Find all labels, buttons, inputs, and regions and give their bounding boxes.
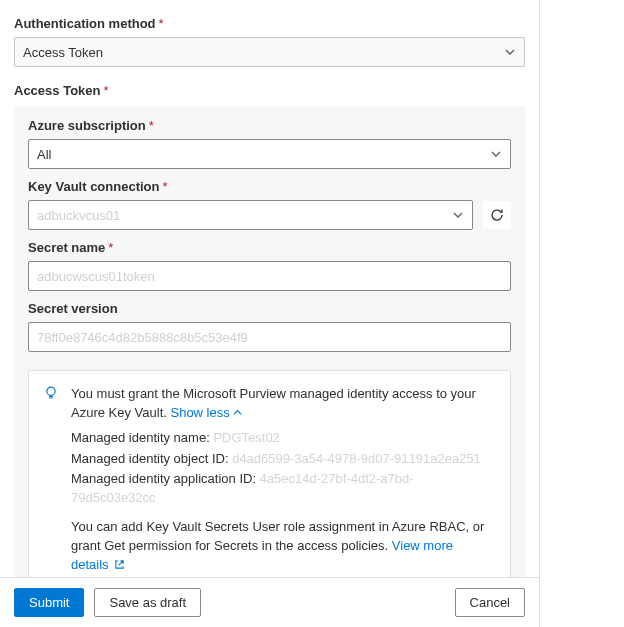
submit-button[interactable]: Submit [14, 588, 84, 617]
tip-text: You must grant the Microsoft Purview man… [71, 385, 494, 423]
access-token-panel: Azure subscription* All Key Vault connec… [14, 106, 525, 577]
keyvault-conn-select[interactable]: adbuckvcus01 [28, 200, 473, 230]
refresh-button[interactable] [483, 201, 511, 229]
footer: Submit Save as draft Cancel [0, 577, 539, 627]
subscription-label: Azure subscription* [28, 118, 511, 133]
auth-method-value: Access Token [23, 45, 103, 60]
subscription-value: All [37, 147, 51, 162]
keyvault-conn-value: adbuckvcus01 [37, 208, 120, 223]
tip-sub-text: You can add Key Vault Secrets User role … [71, 518, 494, 575]
keyvault-conn-label: Key Vault connection* [28, 179, 511, 194]
chevron-up-icon [232, 407, 243, 418]
secret-name-input[interactable] [28, 261, 511, 291]
svg-point-0 [47, 387, 55, 395]
mi-app-line: Managed identity application ID: 4a5ec14… [71, 470, 494, 508]
chevron-down-icon [452, 209, 464, 221]
refresh-icon [489, 207, 505, 223]
form-scroll-area[interactable]: Authentication method* Access Token Acce… [0, 0, 539, 577]
show-less-link[interactable]: Show less [170, 405, 242, 420]
section-access-token-title: Access Token* [14, 83, 525, 98]
external-link-icon [114, 559, 125, 570]
mi-name-line: Managed identity name: PDGTest02 [71, 429, 494, 448]
auth-method-label: Authentication method* [14, 16, 525, 31]
cancel-button[interactable]: Cancel [455, 588, 525, 617]
subscription-select[interactable]: All [28, 139, 511, 169]
mi-obj-line: Managed identity object ID: d4ad6599-3a5… [71, 450, 494, 469]
secret-name-label: Secret name* [28, 240, 511, 255]
chevron-down-icon [504, 46, 516, 58]
tip-box: You must grant the Microsoft Purview man… [28, 370, 511, 577]
secret-version-label: Secret version [28, 301, 511, 316]
auth-method-select[interactable]: Access Token [14, 37, 525, 67]
secret-version-input[interactable] [28, 322, 511, 352]
save-draft-button[interactable]: Save as draft [94, 588, 201, 617]
lightbulb-icon [43, 385, 59, 401]
chevron-down-icon [490, 148, 502, 160]
